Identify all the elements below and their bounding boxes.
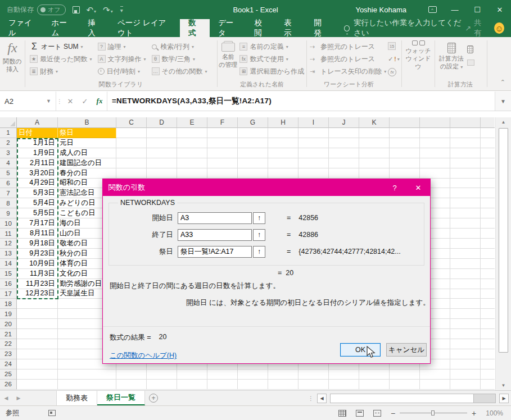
cell[interactable] [450, 179, 481, 189]
cell[interactable]: 日付 [17, 128, 58, 138]
show-formulas-icon[interactable]: 15 [388, 40, 400, 52]
column-header-E[interactable]: E [177, 117, 207, 128]
cell[interactable] [177, 369, 207, 380]
cell[interactable]: 5月4日 [17, 198, 58, 208]
cell[interactable] [207, 168, 238, 179]
undo-icon[interactable]: ↶▾ [87, 6, 97, 14]
cell[interactable] [299, 369, 329, 380]
cell[interactable]: 4月29日 [17, 179, 58, 189]
cell[interactable]: 12月23日 [17, 289, 58, 299]
column-header-C[interactable]: C [116, 117, 147, 128]
insert-function-button[interactable]: fx 関数の挿入 [0, 37, 25, 81]
tab-ファイル[interactable]: ファイル [0, 19, 43, 37]
cell[interactable]: 1月9日 [17, 148, 58, 158]
row-header-19[interactable]: 19 [0, 309, 17, 319]
cell[interactable] [481, 239, 495, 249]
cell[interactable] [147, 148, 177, 158]
cell[interactable] [481, 138, 495, 148]
row-header-1[interactable]: 1 [0, 128, 17, 138]
tab-ページ レイアウト[interactable]: ページ レイアウト [109, 19, 180, 37]
cell[interactable] [481, 359, 495, 369]
cell[interactable] [481, 208, 495, 218]
cell[interactable] [450, 148, 481, 158]
scroll-down-icon[interactable]: ▼ [496, 381, 511, 390]
row-header-5[interactable]: 5 [0, 168, 17, 179]
macro-record-icon[interactable] [48, 410, 56, 416]
cell[interactable] [450, 319, 481, 329]
ribbon-button-文字列操作[interactable]: A文字列操作▾ [96, 53, 148, 65]
cell[interactable] [268, 158, 299, 168]
cell[interactable] [481, 249, 495, 259]
cell[interactable] [450, 198, 481, 208]
cell[interactable] [390, 128, 420, 138]
error-checking-icon[interactable]: ✓!▾ [388, 53, 400, 65]
cell[interactable] [147, 128, 177, 138]
cell[interactable] [17, 339, 58, 349]
tab-scroll-splitter[interactable]: ⋮ [308, 395, 314, 401]
cell[interactable]: 2月11日 [17, 158, 58, 168]
row-header-21[interactable]: 21 [0, 329, 17, 339]
argument-input-開始日[interactable] [178, 212, 252, 224]
cell[interactable] [147, 380, 177, 390]
cell[interactable] [58, 380, 116, 390]
cell[interactable] [116, 369, 147, 380]
ribbon-display-options-icon[interactable]: ^ [421, 0, 444, 19]
cell[interactable] [177, 158, 207, 168]
enter-entry-icon[interactable]: ✓ [78, 97, 92, 106]
zoom-slider[interactable] [400, 413, 467, 413]
cell[interactable]: 祭日 [58, 128, 116, 138]
row-header-4[interactable]: 4 [0, 158, 17, 168]
cell[interactable] [17, 329, 58, 339]
cancel-button[interactable]: キャンセル [386, 343, 427, 357]
cell[interactable] [390, 380, 420, 390]
cell[interactable] [359, 148, 390, 158]
cell[interactable] [450, 218, 481, 229]
cell[interactable] [238, 128, 268, 138]
cell[interactable] [116, 380, 147, 390]
calculate-sheet-icon[interactable] [467, 57, 474, 68]
cell[interactable] [238, 168, 268, 179]
minimize-button[interactable]: — [444, 0, 466, 19]
cell[interactable] [481, 218, 495, 229]
cell[interactable] [299, 148, 329, 158]
vertical-scroll-thumb[interactable] [499, 128, 508, 353]
cell[interactable] [450, 168, 481, 179]
cell[interactable] [299, 168, 329, 179]
cell[interactable] [299, 128, 329, 138]
ribbon-button-オート SUM[interactable]: Σオート SUM▾ [28, 40, 94, 53]
sheet-tab-祭日一覧[interactable]: 祭日一覧 [97, 391, 145, 405]
tab-校閲[interactable]: 校閲 [246, 19, 276, 37]
cell[interactable] [450, 279, 481, 289]
row-header-7[interactable]: 7 [0, 188, 17, 198]
cell[interactable] [238, 138, 268, 148]
cell[interactable]: 10月9日 [17, 259, 58, 269]
cell[interactable]: 9月23日 [17, 249, 58, 259]
column-header-F[interactable]: F [207, 117, 238, 128]
autosave-toggle[interactable]: 自動保存 オフ [7, 4, 66, 15]
cell[interactable] [268, 138, 299, 148]
cell[interactable] [450, 299, 481, 309]
cell[interactable] [207, 138, 238, 148]
new-sheet-icon[interactable]: + [145, 391, 162, 405]
insert-function-icon[interactable]: fx [92, 97, 107, 106]
cell[interactable] [17, 380, 58, 390]
row-header-26[interactable]: 26 [0, 380, 17, 390]
cell[interactable] [177, 148, 207, 158]
cell[interactable] [481, 188, 495, 198]
cell[interactable] [329, 168, 359, 179]
row-header-18[interactable]: 18 [0, 299, 17, 309]
cell[interactable] [17, 349, 58, 359]
row-header-12[interactable]: 12 [0, 239, 17, 249]
argument-input-終了日[interactable] [178, 229, 252, 241]
cell[interactable] [147, 158, 177, 168]
cell[interactable] [450, 380, 481, 390]
ribbon-button-数学/三角[interactable]: θ数学/三角▾ [150, 53, 209, 65]
cell[interactable]: 元日 [58, 138, 116, 148]
ribbon-button-日付/時刻[interactable]: 日付/時刻▾ [96, 65, 148, 77]
cell[interactable] [450, 359, 481, 369]
cell[interactable] [420, 148, 450, 158]
cell[interactable] [116, 158, 147, 168]
cell[interactable] [450, 289, 481, 299]
ribbon-button-参照元のトレース[interactable]: ⇢参照元のトレース [308, 40, 388, 53]
cell[interactable] [177, 128, 207, 138]
